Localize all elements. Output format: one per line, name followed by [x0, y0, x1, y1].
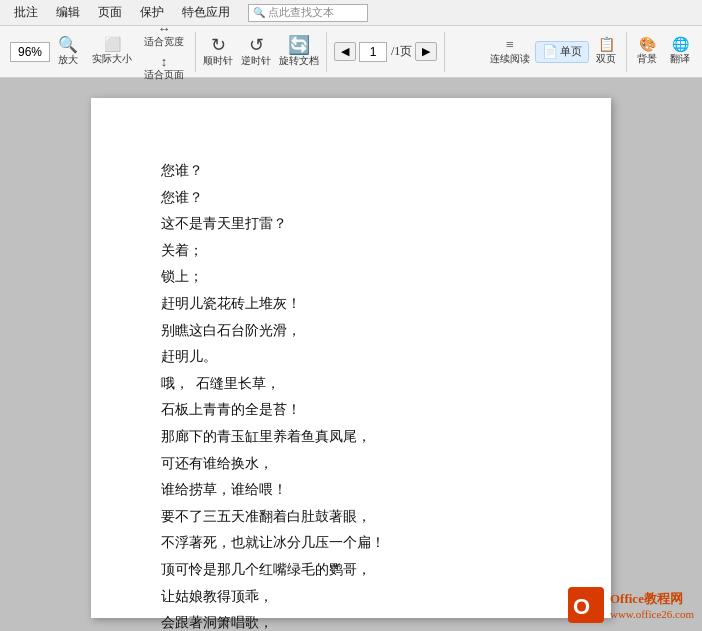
- zoom-button[interactable]: 🔍 放大: [52, 35, 84, 69]
- background-button[interactable]: 🎨 背景: [631, 36, 663, 68]
- next-page-button[interactable]: ▶: [415, 42, 437, 61]
- fit-page-label: 适合页面: [144, 68, 184, 82]
- single-page-button[interactable]: 📄 单页: [535, 41, 589, 63]
- doc-line: 赶明儿。: [161, 344, 541, 371]
- doc-line: 石板上青青的全是苔！: [161, 397, 541, 424]
- doc-line: 赶明儿瓷花砖上堆灰！: [161, 291, 541, 318]
- counter-clockwise-button[interactable]: ↺ 逆时针: [237, 34, 275, 70]
- double-page-button[interactable]: 📋 双页: [590, 36, 622, 68]
- doc-line: 顶可怜是那几个红嘴绿毛的鹦哥，: [161, 557, 541, 584]
- page-info: /1页: [359, 42, 412, 62]
- doc-line: 那廊下的青玉缸里养着鱼真凤尾，: [161, 424, 541, 451]
- doc-line: 这不是青天里打雷？: [161, 211, 541, 238]
- double-label: 双页: [596, 52, 616, 66]
- clockwise-button[interactable]: ↻ 顺时针: [199, 34, 237, 70]
- prev-page-button[interactable]: ◀: [334, 42, 356, 61]
- background-label: 背景: [637, 52, 657, 66]
- doc-line: 要不了三五天准翻着白肚鼓著眼，: [161, 504, 541, 531]
- doc-line: 别瞧这白石台阶光滑，: [161, 318, 541, 345]
- zoom-group: 🔍 放大: [6, 33, 88, 71]
- doc-line: 您谁？: [161, 158, 541, 185]
- doc-line: 谁给捞草，谁给喂！: [161, 477, 541, 504]
- continuous-label: 连续阅读: [490, 52, 530, 66]
- zoom-label: 放大: [58, 53, 78, 67]
- clockwise-icon: ↻: [211, 36, 226, 54]
- actual-size-label: 实际大小: [92, 52, 132, 66]
- doc-line: 可还有谁给换水，: [161, 451, 541, 478]
- watermark-text-block: Office教程网 www.office26.com: [610, 590, 694, 620]
- office-logo-icon: O: [568, 587, 604, 623]
- divider-4: [626, 32, 627, 72]
- search-placeholder: 点此查找文本: [268, 5, 334, 20]
- divider-2: [326, 32, 327, 72]
- fit-group: ↔ 适合宽度 ↕ 适合页面: [136, 18, 192, 86]
- doc-line: 不浮著死，也就让冰分几压一个扁！: [161, 530, 541, 557]
- document-page: 您谁？您谁？这不是青天里打雷？关着；锁上；赶明儿瓷花砖上堆灰！别瞧这白石台阶光滑…: [91, 98, 611, 618]
- translate-icon: 🌐: [672, 38, 689, 52]
- clockwise-label: 顺时针: [203, 54, 233, 68]
- menu-page[interactable]: 页面: [90, 2, 130, 23]
- continuous-icon: ≡: [506, 38, 514, 52]
- rotate-doc-icon: 🔄: [288, 36, 310, 54]
- doc-line: 关着；: [161, 238, 541, 265]
- counter-clockwise-label: 逆时针: [241, 54, 271, 68]
- doc-line: 您谁？: [161, 185, 541, 212]
- page-number-input[interactable]: [359, 42, 387, 62]
- doc-line: 让姑娘教得顶乖，: [161, 584, 541, 611]
- counter-clockwise-icon: ↺: [249, 36, 264, 54]
- actual-size-icon: ⬜: [104, 38, 121, 52]
- svg-text:O: O: [573, 594, 590, 619]
- translate-label: 翻译: [670, 52, 690, 66]
- zoom-input[interactable]: [10, 42, 50, 62]
- doc-line: 锁上；: [161, 264, 541, 291]
- continuous-read-button[interactable]: ≡ 连续阅读: [486, 36, 534, 68]
- single-icon: 📄: [542, 44, 558, 60]
- fit-page-icon: ↕: [161, 55, 168, 68]
- fit-width-label: 适合宽度: [144, 35, 184, 49]
- divider-1: [195, 32, 196, 72]
- rotate-doc-button[interactable]: 🔄 旋转文档: [275, 34, 323, 70]
- fit-page-button[interactable]: ↕ 适合页面: [140, 53, 188, 84]
- menu-annotate[interactable]: 批注: [6, 2, 46, 23]
- actual-size-button[interactable]: ⬜ 实际大小: [88, 36, 136, 68]
- watermark-url: www.office26.com: [610, 608, 694, 620]
- zoom-icon: 🔍: [58, 37, 78, 53]
- search-icon: 🔍: [253, 7, 265, 18]
- single-label: 单页: [560, 44, 582, 59]
- menu-edit[interactable]: 编辑: [48, 2, 88, 23]
- doc-line: 哦， 石缝里长草，: [161, 371, 541, 398]
- right-toolbar: ≡ 连续阅读 📄 单页 📋 双页 🎨 背景 🌐 翻译: [486, 32, 696, 72]
- watermark-site: Office教程网: [610, 590, 694, 608]
- total-pages: /1页: [391, 43, 412, 60]
- watermark: O Office教程网 www.office26.com: [568, 587, 694, 623]
- menu-bar: 批注 编辑 页面 保护 特色应用 🔍 点此查找文本: [0, 0, 702, 26]
- double-icon: 📋: [598, 38, 615, 52]
- fit-width-icon: ↔: [158, 22, 171, 35]
- search-box[interactable]: 🔍 点此查找文本: [248, 4, 368, 22]
- toolbar: 🔍 放大 ⬜ 实际大小 ↔ 适合宽度 ↕ 适合页面 ↻ 顺时针 ↺ 逆时针 🔄 …: [0, 26, 702, 78]
- rotate-doc-label: 旋转文档: [279, 54, 319, 68]
- doc-line: 会跟著洞箫唱歌，: [161, 610, 541, 631]
- background-icon: 🎨: [639, 38, 656, 52]
- translate-button[interactable]: 🌐 翻译: [664, 36, 696, 68]
- fit-width-button[interactable]: ↔ 适合宽度: [140, 20, 188, 51]
- document-area: 您谁？您谁？这不是青天里打雷？关着；锁上；赶明儿瓷花砖上堆灰！别瞧这白石台阶光滑…: [0, 78, 702, 631]
- page-nav: ◀ /1页 ▶: [330, 40, 441, 64]
- divider-3: [444, 32, 445, 72]
